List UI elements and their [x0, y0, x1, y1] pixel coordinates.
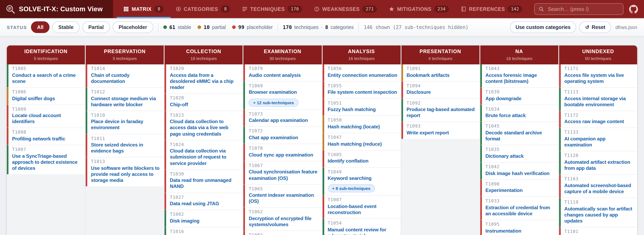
technique-card[interactable]: T1007 Use a SyncTriage-based approach to…	[7, 145, 85, 174]
technique-title-link[interactable]: Connect storage medium via hardware writ…	[91, 96, 160, 108]
technique-title-link[interactable]: Disclosure	[406, 90, 476, 96]
technique-title-link[interactable]: Keyword searching	[328, 176, 397, 182]
technique-title-link[interactable]: Use software write blockers to provide r…	[91, 166, 160, 184]
technique-card[interactable]: T1012 Connect storage medium via hardwar…	[86, 87, 164, 111]
technique-card[interactable]: T1034 Brute force attack	[480, 104, 558, 122]
technique-title-link[interactable]: AI companion app examination	[564, 136, 634, 148]
technique-card[interactable]: T1005 Conduct a search of a crime scene	[7, 64, 85, 87]
technique-card[interactable]: T1014 Chain of custody documentation	[86, 64, 164, 87]
technique-title-link[interactable]: Hash matching (reduce)	[328, 141, 397, 147]
technique-card[interactable]: T1042 Disk image hash verification	[480, 162, 558, 180]
technique-title-link[interactable]: Calendar app examination	[249, 118, 318, 124]
technique-title-link[interactable]: Decryption of encrypted file systems/vol…	[249, 216, 318, 228]
technique-card[interactable]: T1067 Cloud synchronisation feature exam…	[244, 161, 322, 184]
technique-card[interactable]: T1085 Identify conflation	[322, 150, 400, 168]
technique-card[interactable]: T1008 Profiling network traffic	[7, 128, 85, 145]
technique-card[interactable]: T1095 Instrumentation	[480, 220, 558, 235]
technique-title-link[interactable]: Access file system via live operating sy…	[564, 72, 634, 84]
technique-card[interactable]: T1006 Digital sniffer dogs	[7, 87, 85, 104]
technique-title-link[interactable]: Decode standard archive format	[486, 130, 555, 142]
technique-card[interactable]: T1079 Audio content analysis	[244, 64, 322, 81]
technique-card[interactable]: T1069 Browser examination + 12 sub-techn…	[244, 81, 322, 110]
technique-card[interactable]: T1016 Live data collection	[165, 227, 243, 235]
technique-card[interactable]: T1072 Chat app examination	[244, 126, 322, 144]
tab-matrix[interactable]: MATRIX 8	[124, 0, 164, 18]
technique-title-link[interactable]: Manual content review for relevant mater…	[328, 227, 397, 235]
filter-all[interactable]: All	[31, 21, 50, 33]
technique-title-link[interactable]: Chain of custody documentation	[91, 72, 160, 84]
technique-card[interactable]: T1093 Write expert report	[401, 122, 479, 139]
technique-title-link[interactable]: Produce tag-based automated report	[406, 107, 476, 119]
technique-card[interactable]: T1120 Automated artifact extraction from…	[559, 151, 637, 174]
technique-card[interactable]: T1027 Data read using JTAG	[165, 192, 243, 210]
technique-card[interactable]: T1101 Cell site survey	[559, 227, 637, 235]
technique-title-link[interactable]: Automatically scan for artifact changes …	[564, 206, 634, 224]
github-icon[interactable]	[629, 5, 638, 14]
technique-card[interactable]: T1010 Place device in faraday environmen…	[86, 110, 164, 134]
technique-card[interactable]: T1029 Access data from a desoldered eMMC…	[165, 64, 243, 93]
technique-card[interactable]: T1033 Extraction of credential from an a…	[480, 196, 558, 220]
subtech-badge[interactable]: + 8 sub-techniques	[328, 184, 375, 192]
technique-title-link[interactable]: Cloud data collection to access data via…	[170, 119, 240, 137]
technique-title-link[interactable]: Digital sniffer dogs	[12, 96, 82, 102]
technique-card[interactable]: T1172 Access raw image content	[559, 110, 637, 128]
technique-card[interactable]: T1055 File system content inspection	[322, 81, 400, 98]
technique-title-link[interactable]: Bookmark artifacts	[406, 72, 476, 78]
technique-card[interactable]: T1013 Use software write blockers to pro…	[86, 157, 164, 186]
technique-title-link[interactable]: Brute force attack	[486, 113, 555, 119]
technique-card[interactable]: T1002 Disk imaging	[165, 210, 243, 227]
filter-placeholder[interactable]: Placeholder	[113, 21, 153, 33]
reset-button[interactable]: ↺ Reset	[580, 21, 611, 33]
technique-card[interactable]: T1082 Document content analysis	[244, 231, 322, 235]
technique-title-link[interactable]: Write expert report	[406, 130, 476, 136]
search-box[interactable]	[534, 3, 624, 15]
tab-categories[interactable]: CATEGORIES 8	[176, 0, 230, 18]
technique-title-link[interactable]: Audio content analysis	[249, 72, 318, 78]
filter-stable[interactable]: Stable	[52, 21, 80, 33]
technique-title-link[interactable]: Disk imaging	[170, 218, 240, 224]
technique-title-link[interactable]: Browser examination	[249, 90, 318, 96]
technique-title-link[interactable]: Cloud synchronisation feature examinatio…	[249, 169, 318, 181]
technique-title-link[interactable]: Automated artifact extraction from app d…	[564, 159, 634, 172]
technique-title-link[interactable]: Store seized devices in evidence bags	[91, 142, 160, 154]
technique-card[interactable]: T1051 Fuzzy hash matching	[322, 98, 400, 116]
use-custom-categories-button[interactable]: Use custom categories	[510, 21, 576, 33]
technique-title-link[interactable]: Chat app examination	[249, 135, 318, 141]
technique-card[interactable]: T1133 AI companion app examination	[559, 128, 637, 151]
technique-title-link[interactable]: Conduct a search of a crime scene	[12, 72, 82, 84]
technique-title-link[interactable]: Use a SyncTriage-based approach to detec…	[12, 153, 82, 172]
technique-title-link[interactable]: Cloud sync app examination	[249, 152, 318, 158]
technique-title-link[interactable]: Identify conflation	[328, 158, 397, 164]
technique-card[interactable]: T1094 Disclosure	[401, 81, 479, 98]
technique-card[interactable]: T1050 Hash matching (locate)	[322, 116, 400, 133]
technique-card[interactable]: T1047 Hash matching (reduce)	[322, 133, 400, 150]
technique-card[interactable]: T1119 Automatically scan for artifact ch…	[559, 198, 637, 227]
technique-card[interactable]: T1171 Access file system via live operat…	[559, 64, 637, 87]
technique-card[interactable]: T1078 Cloud sync app examination	[244, 144, 322, 161]
technique-title-link[interactable]: Extraction of credential from an accessi…	[486, 205, 555, 217]
technique-title-link[interactable]: Access forensic image content (bitstream…	[486, 72, 555, 84]
technique-title-link[interactable]: Location-based event reconstruction	[328, 204, 397, 216]
technique-title-link[interactable]: Cloud data collection via submission of …	[170, 148, 240, 166]
technique-card[interactable]: T1039 App downgrade	[480, 87, 558, 104]
technique-card[interactable]: T1045 Decode standard archive format	[480, 122, 558, 145]
technique-card[interactable]: T1073 Calendar app examination	[244, 109, 322, 126]
technique-title-link[interactable]: Locate cloud account identifiers	[12, 113, 82, 125]
technique-title-link[interactable]: Dictionary attack	[486, 153, 555, 159]
technique-card[interactable]: T1163 Automated screenshot-based capture…	[559, 174, 637, 198]
technique-card[interactable]: T1023 Cloud data collection to access da…	[165, 110, 243, 140]
technique-title-link[interactable]: Data read from unmanaged NAND	[170, 178, 240, 190]
technique-card[interactable]: T1009 Locate cloud account identifiers	[7, 104, 85, 128]
technique-title-link[interactable]: App downgrade	[486, 96, 555, 102]
technique-card[interactable]: T1024 Cloud data collection via submissi…	[165, 140, 243, 169]
filter-partial[interactable]: Partial	[82, 21, 110, 33]
technique-card[interactable]: T1113 Access internal storage via bootab…	[559, 87, 637, 111]
technique-title-link[interactable]: Chip-off	[170, 102, 240, 108]
technique-card[interactable]: T1056 Entity connection enumeration	[322, 64, 400, 81]
tab-weaknesses[interactable]: WEAKNESSES 271	[314, 0, 377, 18]
technique-title-link[interactable]: Access data from a desoldered eMMC via a…	[170, 72, 240, 90]
technique-card[interactable]: T1049 Keyword searching + 8 sub-techniqu…	[322, 167, 400, 195]
technique-title-link[interactable]: Fuzzy hash matching	[328, 107, 397, 113]
technique-card[interactable]: T1028 Chip-off	[165, 93, 243, 111]
technique-card[interactable]: T1043 Access forensic image content (bit…	[480, 64, 558, 87]
